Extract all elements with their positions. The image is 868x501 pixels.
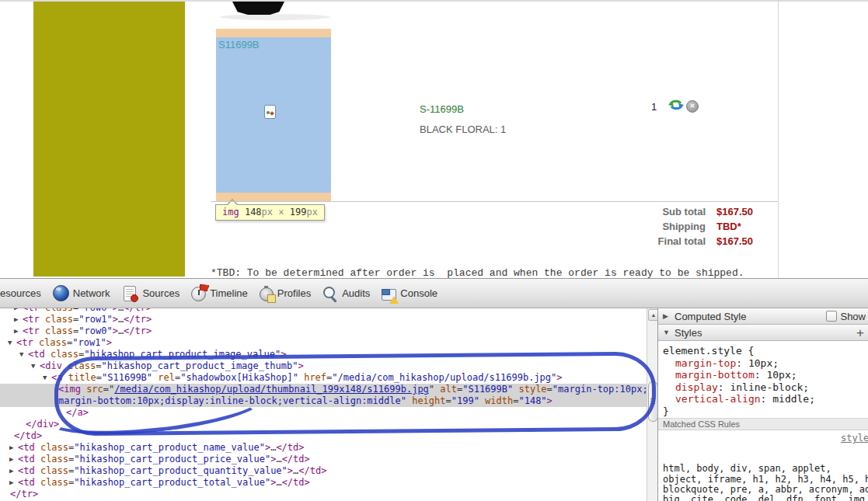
elements-scrollbar[interactable]: ▲	[647, 308, 658, 501]
stylesheet-link[interactable]: styles	[841, 433, 868, 444]
styles-label: Styles	[675, 327, 702, 339]
network-icon	[53, 285, 69, 301]
disclosure-arrow-icon[interactable]: ▶	[14, 308, 23, 314]
chevron-right-icon: ▶	[663, 312, 671, 320]
resource-link[interactable]: /media/com_hikashop/upload/thumbnail_199…	[114, 384, 429, 395]
code-line[interactable]: ▼<tr class="row1">	[0, 337, 647, 349]
code-line[interactable]: ▶<td class="hikashop_cart_product_name_v…	[0, 442, 647, 454]
tooltip-width: 148	[245, 207, 262, 217]
code-line[interactable]: </td>	[0, 430, 647, 442]
inspect-margin-top	[216, 29, 331, 37]
code-line[interactable]: </a>	[0, 407, 647, 419]
code-line[interactable]: ▶<td class="hikashop_cart_product_price_…	[0, 454, 647, 465]
show-inherited-checkbox[interactable]	[826, 311, 837, 322]
sources-icon	[124, 286, 136, 301]
computed-style-label: Computed Style	[675, 311, 747, 322]
code-line[interactable]: ▶<td class="hikashop_cart_product_quanti…	[0, 465, 647, 477]
element-style-rule: element.style {margin-top: 10px;margin-b…	[658, 341, 868, 418]
totals-row: Sub total$167.50	[592, 204, 777, 219]
tab-label: Network	[73, 287, 110, 299]
code-line[interactable]: ▼<a title="S11699B" rel="shadowbox[HikaS…	[0, 372, 647, 384]
code-line[interactable]: ▶<td class="hikashop_cart_product_total_…	[0, 477, 647, 489]
style-property[interactable]: display: inline-block;	[663, 381, 868, 394]
new-style-rule-button[interactable]: +	[856, 326, 864, 339]
code-line[interactable]: ▼<div class="hikashop_cart_product_image…	[0, 360, 647, 372]
storefront-page: S11699B img 148px × 199px S-11699B BLACK…	[0, 0, 868, 278]
computed-style-header[interactable]: ▶ Computed Style Show	[658, 308, 868, 325]
image-alt-text: S11699B	[218, 39, 260, 50]
tooltip-height: 199	[290, 207, 307, 217]
code-line[interactable]: ▶<tr class="row1">…</tr>	[0, 314, 647, 325]
totals-label: Sub total	[592, 206, 706, 217]
tab-network[interactable]: Network	[53, 285, 110, 301]
cart-totals: Sub total$167.50ShippingTBD*Final total$…	[592, 204, 777, 249]
tooltip-tag: img	[222, 207, 239, 217]
tab-console[interactable]: Console	[382, 287, 437, 301]
code-line[interactable]: </tr>	[0, 489, 647, 500]
inspect-image-highlight: S11699B	[216, 37, 331, 193]
disclosure-arrow-icon[interactable]: ▶	[14, 325, 23, 337]
broken-image-icon	[264, 105, 276, 119]
code-line[interactable]: </div>	[0, 419, 647, 430]
disclosure-arrow-icon[interactable]: ▶	[9, 454, 18, 465]
tab-label: esources	[0, 287, 41, 299]
tab-label: Console	[400, 287, 437, 299]
selector-line: html, body, div, span, applet,	[663, 464, 868, 474]
disclosure-arrow-icon[interactable]: ▶	[9, 465, 18, 477]
product-photo-shadow	[220, 14, 330, 20]
code-line[interactable]: margin-bottom:10px;display:inline-block;…	[0, 395, 647, 407]
quantity-value: 1	[651, 101, 657, 113]
profiles-icon	[260, 287, 274, 301]
tab-label: Audits	[342, 287, 370, 299]
refresh-quantity-icon[interactable]	[668, 98, 685, 112]
console-icon	[382, 289, 396, 301]
product-option: BLACK FLORAL: 1	[420, 124, 506, 135]
selector-line: object, iframe, h1, h2, h3, h4, h5, h	[663, 475, 868, 485]
disclosure-arrow-icon[interactable]: ▼	[8, 337, 16, 349]
totals-value: TBD*	[716, 221, 741, 232]
tab-profiles[interactable]: Profiles	[260, 285, 311, 301]
disclosure-arrow-icon[interactable]: ▶	[9, 442, 18, 454]
sidebar-color-block	[33, 2, 185, 277]
show-inherited: Show	[826, 311, 866, 322]
screenshot-root: S11699B img 148px × 199px S-11699B BLACK…	[0, 0, 868, 501]
code-line[interactable]: ▼<td class="hikashop_cart_product_image_…	[0, 349, 647, 360]
totals-value: $167.50	[716, 206, 753, 217]
tab-sources[interactable]: Sources	[121, 285, 180, 301]
html-code: ▶<tr class="row0">…</tr>▶<tr class="row1…	[0, 308, 647, 500]
dimension-tooltip: img 148px × 199px	[215, 204, 325, 221]
page-right-border	[778, 0, 779, 278]
product-photo-bottom	[232, 2, 284, 15]
code-line[interactable]: ▶<tr class="row0">…</tr>	[0, 308, 647, 314]
disclosure-arrow-icon[interactable]: ▼	[31, 360, 40, 372]
style-property[interactable]: margin-bottom: 10px;	[663, 369, 868, 381]
timeline-icon	[191, 287, 206, 301]
totals-divider	[211, 201, 778, 202]
tab-resources[interactable]: esources	[0, 287, 41, 299]
totals-label: Shipping	[592, 221, 706, 232]
style-selector: element.style {	[663, 345, 868, 357]
matched-css-rules-header: Matched CSS Rules	[658, 418, 868, 430]
devtools-panel: esourcesNetworkSourcesTimelineProfilesAu…	[0, 278, 868, 501]
selector-line: big, cite, code, del, dfn, font, img,	[663, 495, 868, 501]
audits-icon	[322, 286, 338, 301]
totals-row: ShippingTBD*	[592, 219, 777, 234]
code-line[interactable]: ▶<tr class="row0">…</tr>	[0, 325, 647, 337]
selector-line: blockquote, pre, a, abbr, acronym, ad	[663, 485, 868, 495]
tab-label: Profiles	[277, 287, 311, 299]
tooltip-times: ×	[278, 207, 284, 217]
style-property[interactable]: margin-top: 10px;	[663, 357, 868, 370]
tab-timeline[interactable]: Timeline	[191, 285, 248, 301]
remove-item-icon[interactable]: ✕	[686, 100, 699, 113]
styles-header[interactable]: ▼ Styles +	[658, 325, 868, 341]
disclosure-arrow-icon[interactable]: ▶	[14, 314, 23, 325]
style-property[interactable]: vertical-align: middle;	[663, 393, 868, 405]
product-link[interactable]: S-11699B	[420, 103, 464, 115]
devtools-tabs: esourcesNetworkSourcesTimelineProfilesAu…	[0, 278, 868, 308]
disclosure-arrow-icon[interactable]: ▼	[43, 372, 51, 384]
disclosure-arrow-icon[interactable]: ▼	[19, 349, 28, 360]
chevron-down-icon: ▼	[663, 329, 671, 336]
tab-audits[interactable]: Audits	[322, 286, 370, 301]
code-line[interactable]: <img src="/media/com_hikashop/upload/thu…	[0, 384, 647, 395]
disclosure-arrow-icon[interactable]: ▶	[9, 477, 18, 489]
